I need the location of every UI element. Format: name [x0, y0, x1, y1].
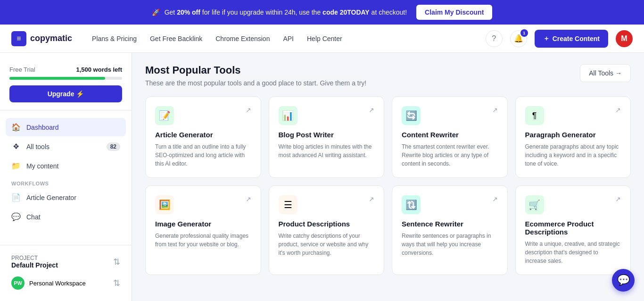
sidebar-label-my-content: My content [26, 162, 58, 170]
expand-icon: ↗ [369, 195, 374, 203]
logo-text: copymatic [30, 33, 72, 43]
product-descriptions-icon: ☰ [279, 195, 297, 214]
chat-support-button[interactable]: 💬 [612, 269, 635, 292]
workspace-chevron-icon: ⇅ [113, 278, 120, 288]
card-header: 🔄 ↗ [402, 106, 498, 125]
nav-plans-pricing[interactable]: Plans & Pricing [92, 35, 137, 42]
paragraph-generator-icon: ¶ [525, 106, 544, 125]
main-header-text: Most Popular Tools These are the most po… [145, 64, 366, 87]
sidebar-item-article-generator[interactable]: 📄 Article Generator [6, 188, 126, 207]
trial-words-left: 1,500 words left [76, 66, 122, 73]
avatar[interactable]: M [616, 30, 633, 47]
progress-fill [9, 77, 105, 80]
article-generator-icon: 📝 [155, 106, 174, 125]
sidebar-item-dashboard[interactable]: 🏠 Dashboard [6, 118, 126, 136]
tool-card-blog-post-writer[interactable]: 📊 ↗ Blog Post Writer Write blog articles… [269, 96, 385, 178]
tool-card-content-rewriter[interactable]: 🔄 ↗ Content Rewriter The smartest conten… [392, 96, 508, 178]
sidebar-label-all-tools: All tools [26, 143, 50, 150]
logo-icon: ≡ [11, 31, 26, 46]
expand-icon: ↗ [369, 106, 374, 114]
card-header: 🔃 ↗ [402, 195, 498, 214]
plus-icon: ＋ [543, 34, 550, 43]
card-header: 📊 ↗ [279, 106, 375, 125]
tool-card-image-generator[interactable]: 🖼️ ↗ Image Generator Generate profession… [145, 185, 261, 275]
expand-icon: ↗ [246, 106, 251, 114]
notification-badge: 1 [520, 29, 528, 37]
nav-api[interactable]: API [283, 35, 294, 42]
tool-card-ecommerce-product-descriptions[interactable]: 🛒 ↗ Ecommerce Product Descriptions Write… [515, 185, 631, 275]
trial-section: Free Trial 1,500 words left Upgrade ⚡ [0, 60, 132, 110]
layout: Free Trial 1,500 words left Upgrade ⚡ 🏠 … [0, 53, 644, 301]
progress-bar [9, 77, 122, 80]
article-icon: 📄 [11, 193, 21, 202]
promo-banner: 🚀 Get 20% off for life if you upgrade wi… [0, 0, 644, 25]
sidebar-label-article-generator: Article Generator [26, 194, 76, 201]
main-header: Most Popular Tools These are the most po… [145, 64, 631, 87]
help-button[interactable]: ? [486, 30, 503, 47]
card-title-content-rewriter: Content Rewriter [402, 131, 498, 139]
card-header: ☰ ↗ [279, 195, 375, 214]
banner-icon: 🚀 [152, 8, 160, 16]
chevron-up-down-icon: ⇅ [113, 257, 120, 267]
page-title: Most Popular Tools [145, 64, 366, 76]
expand-icon: ↗ [615, 195, 621, 203]
card-desc-product-descriptions: Write catchy descriptions of your produc… [279, 232, 375, 257]
nav-get-free-backlink[interactable]: Get Free Backlink [150, 35, 202, 42]
card-title-product-descriptions: Product Descriptions [279, 220, 375, 228]
tool-card-sentence-rewriter[interactable]: 🔃 ↗ Sentence Rewriter Rewrite sentences … [392, 185, 508, 275]
expand-icon: ↗ [492, 195, 498, 203]
tool-card-article-generator[interactable]: 📝 ↗ Article Generator Turn a title and a… [145, 96, 261, 178]
page-subtitle: These are the most popular tools and a g… [145, 79, 366, 87]
sidebar-nav: 🏠 Dashboard ❖ All tools 82 📁 My content … [0, 114, 132, 245]
claim-discount-button[interactable]: Claim My Discount [416, 5, 492, 20]
sidebar-item-my-content[interactable]: 📁 My content [6, 157, 126, 175]
tool-card-product-descriptions[interactable]: ☰ ↗ Product Descriptions Write catchy de… [269, 185, 385, 275]
nav-help-center[interactable]: Help Center [307, 35, 342, 42]
folder-icon: 📁 [11, 161, 21, 170]
card-header: 🛒 ↗ [525, 195, 621, 214]
sidebar-item-chat[interactable]: 💬 Chat [6, 208, 126, 226]
all-tools-badge: 82 [107, 142, 120, 151]
workspace-name: Personal Workspace [29, 280, 86, 287]
image-generator-icon: 🖼️ [155, 195, 174, 214]
home-icon: 🏠 [11, 123, 21, 132]
card-desc-ecommerce-product-descriptions: Write a unique, creative, and strategic … [525, 240, 621, 265]
card-desc-sentence-rewriter: Rewrite sentences or paragraphs in ways … [402, 232, 498, 257]
card-desc-content-rewriter: The smartest content rewriter ever. Rewr… [402, 142, 498, 168]
banner-text: Get 20% off for life if you upgrade with… [165, 8, 407, 16]
project-name: Default Project [11, 261, 58, 269]
nav-right: ? 🔔 1 ＋ Create Content M [486, 30, 633, 48]
blog-post-writer-icon: 📊 [279, 106, 297, 125]
trial-label: Free Trial [9, 66, 35, 73]
create-content-button[interactable]: ＋ Create Content [535, 30, 608, 48]
expand-icon: ↗ [246, 195, 251, 203]
content-rewriter-icon: 🔄 [402, 106, 421, 125]
tools-grid: 📝 ↗ Article Generator Turn a title and a… [145, 96, 631, 275]
tool-card-paragraph-generator[interactable]: ¶ ↗ Paragraph Generator Generate paragra… [515, 96, 631, 178]
card-desc-blog-post-writer: Write blog articles in minutes with the … [279, 142, 375, 159]
sidebar-item-all-tools[interactable]: ❖ All tools 82 [6, 137, 126, 156]
nav-chrome-extension[interactable]: Chrome Extension [215, 35, 270, 42]
upgrade-button[interactable]: Upgrade ⚡ [9, 85, 122, 102]
expand-icon: ↗ [492, 106, 498, 114]
card-title-ecommerce-product-descriptions: Ecommerce Product Descriptions [525, 220, 621, 236]
project-selector[interactable]: PROJECT Default Project ⇅ [8, 251, 124, 273]
all-tools-button[interactable]: All Tools → [580, 64, 631, 82]
sidebar: Free Trial 1,500 words left Upgrade ⚡ 🏠 … [0, 53, 132, 301]
card-title-paragraph-generator: Paragraph Generator [525, 131, 621, 139]
card-header: 📝 ↗ [155, 106, 251, 125]
card-title-blog-post-writer: Blog Post Writer [279, 131, 375, 139]
logo[interactable]: ≡ copymatic [11, 31, 72, 46]
workspace-row[interactable]: PW Personal Workspace ⇅ [8, 273, 124, 293]
card-desc-article-generator: Turn a title and an outline into a fully… [155, 142, 251, 168]
project-info-label: PROJECT [11, 255, 58, 261]
sentence-rewriter-icon: 🔃 [402, 195, 421, 214]
workflows-section-label: Workflows [6, 176, 126, 188]
notifications-button[interactable]: 🔔 1 [510, 30, 527, 47]
layers-icon: ❖ [11, 142, 21, 151]
nav-links: Plans & Pricing Get Free Backlink Chrome… [92, 34, 342, 43]
card-title-image-generator: Image Generator [155, 220, 251, 228]
card-desc-paragraph-generator: Generate paragraphs about any topic incl… [525, 142, 621, 168]
workspace-avatar: PW [11, 276, 25, 290]
sidebar-label-dashboard: Dashboard [26, 124, 59, 131]
